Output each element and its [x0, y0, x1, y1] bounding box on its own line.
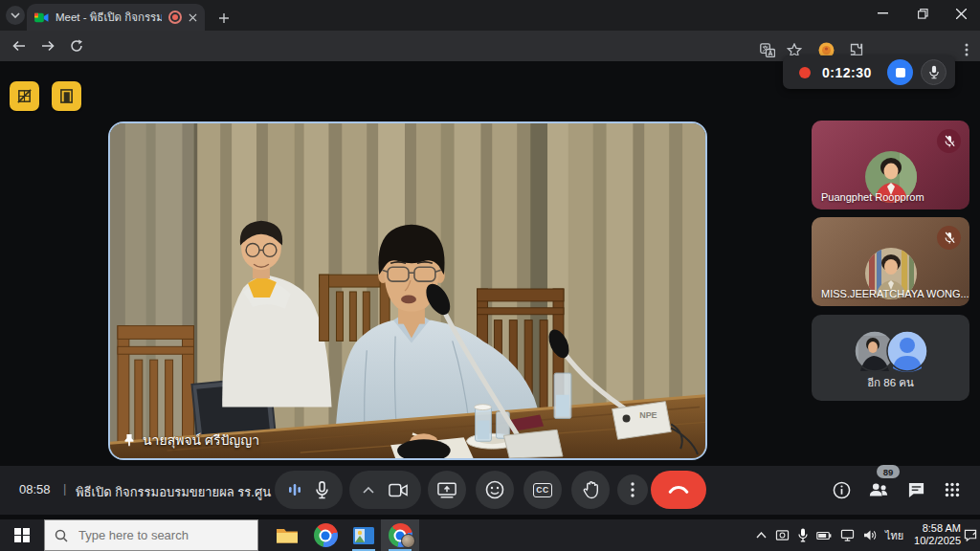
chrome-active-button[interactable]: [381, 519, 419, 551]
end-call-button[interactable]: [651, 471, 706, 509]
exit-room-button[interactable]: [52, 81, 81, 111]
participant-2-muted-badge: [937, 226, 961, 250]
translate-icon: [760, 43, 775, 57]
cc-icon: CC: [533, 483, 552, 497]
participant-tile-overflow[interactable]: อีก 86 คน: [812, 315, 969, 401]
mic-in-use-icon: [798, 528, 808, 542]
pinned-participant-name: นายสุพจน์ ศรีปัญญา: [143, 430, 259, 451]
chat-icon: [907, 481, 925, 498]
tray-expand-button[interactable]: [750, 519, 771, 551]
tab-recording-indicator-icon: [168, 11, 182, 24]
action-center-button[interactable]: [961, 519, 980, 551]
chrome-button[interactable]: [306, 519, 345, 551]
folder-icon: [276, 526, 299, 545]
kebab-menu-icon: [631, 482, 635, 497]
participant-tile-1[interactable]: Puangphet Roopprom: [812, 121, 969, 209]
overflow-avatars: [851, 330, 931, 372]
annotation-tool-button[interactable]: [10, 81, 39, 111]
meeting-details-button[interactable]: [825, 474, 858, 506]
meet-favicon-icon: [34, 11, 49, 24]
people-icon: [868, 482, 889, 497]
minimize-icon: [878, 12, 888, 14]
end-call-icon: [668, 485, 689, 495]
participant-1-muted-badge: [937, 129, 961, 153]
ethernet-icon: [840, 529, 855, 541]
speaker-icon: [863, 529, 878, 541]
tab-title: Meet - พิธีเปิด กิจกรรมอบรมขย: [56, 9, 162, 26]
tray-mic-button[interactable]: [792, 519, 813, 551]
info-icon: [833, 481, 851, 499]
microphone-button[interactable]: [275, 471, 343, 509]
grid-off-icon: [16, 88, 33, 104]
chat-button[interactable]: [900, 474, 932, 506]
translate-button[interactable]: [756, 38, 779, 61]
profile-badge: [401, 534, 415, 548]
chevron-up-icon: [756, 532, 767, 539]
taskbar-search[interactable]: [44, 519, 258, 551]
tab-search-button[interactable]: [6, 6, 25, 25]
show-everyone-button[interactable]: [862, 474, 895, 506]
file-explorer-button[interactable]: [268, 519, 306, 551]
restore-icon: [918, 9, 928, 19]
tray-time: 8:58 AM: [907, 522, 961, 535]
meeting-clock: 08:58: [19, 482, 51, 496]
meet-page: NPE นายสุพจน์ ศรีปัญญา: [0, 61, 980, 519]
forward-arrow-icon: [41, 40, 55, 52]
window-restore-button[interactable]: [903, 0, 942, 27]
audio-level-icon: [288, 483, 301, 496]
mic-off-icon: [944, 135, 955, 148]
tray-clock[interactable]: 8:58 AM 10/2/2025: [907, 522, 961, 547]
recording-widget: 0:12:30: [783, 55, 955, 89]
camera-icon: [389, 483, 408, 497]
tablet-mode-icon: [775, 529, 790, 541]
reload-button[interactable]: [65, 34, 88, 57]
mic-base-label: NPE: [639, 410, 657, 420]
raise-hand-icon: [583, 480, 599, 499]
door-exit-icon: [59, 88, 74, 104]
back-button[interactable]: [8, 34, 31, 57]
present-screen-icon: [437, 482, 457, 498]
raise-hand-button[interactable]: [571, 471, 610, 509]
photos-app-icon: [352, 526, 375, 545]
tray-volume-button[interactable]: [859, 519, 880, 551]
main-video-tile[interactable]: NPE นายสุพจน์ ศรีปัญญา: [108, 121, 707, 460]
chevron-up-icon: [363, 487, 374, 494]
forward-button[interactable]: [36, 34, 59, 57]
camera-button[interactable]: [349, 471, 421, 509]
tray-battery-button[interactable]: [813, 519, 835, 551]
tab-close-icon[interactable]: [189, 13, 197, 22]
battery-icon: [816, 531, 832, 540]
participant-tile-2[interactable]: MISS.JEERATCHAYA WONG...: [812, 217, 969, 306]
activities-button[interactable]: [936, 474, 969, 506]
tray-tablet-mode-button[interactable]: [771, 519, 792, 551]
stop-recording-button[interactable]: [887, 59, 913, 85]
window-close-button[interactable]: [942, 0, 980, 27]
window-minimize-button[interactable]: [863, 0, 902, 27]
more-options-button[interactable]: [617, 474, 648, 505]
start-button[interactable]: [0, 519, 44, 551]
active-tab[interactable]: Meet - พิธีเปิด กิจกรรมอบรมขย: [27, 4, 205, 31]
tray-language-button[interactable]: ไทย: [885, 519, 903, 551]
search-icon: [55, 529, 68, 542]
recording-elapsed-time: 0:12:30: [822, 65, 872, 80]
windows-taskbar: ไทย 8:58 AM 10/2/2025: [0, 519, 980, 551]
participant-2-name: MISS.JEERATCHAYA WONG...: [821, 288, 969, 299]
reactions-button[interactable]: [476, 471, 514, 509]
meet-control-bar: 08:58 | พิธีเปิด กิจกรรมอบรมขยายผล รร.ศู…: [0, 466, 980, 515]
photos-app-button[interactable]: [345, 519, 383, 551]
meeting-title: พิธีเปิด กิจกรรมอบรมขยายผล รร.ศูน...: [76, 482, 272, 502]
new-tab-button[interactable]: [212, 7, 235, 30]
present-button[interactable]: [428, 471, 466, 509]
close-icon: [956, 9, 967, 19]
recorder-mic-button[interactable]: [921, 59, 947, 85]
bar-divider: |: [63, 481, 66, 496]
pinned-name-tag: นายสุพจน์ ศรีปัญญา: [123, 430, 259, 451]
browser-menu-button[interactable]: [955, 38, 978, 61]
search-input[interactable]: [77, 527, 243, 543]
emoji-icon: [485, 480, 504, 499]
windows-logo-icon: [14, 528, 30, 543]
overflow-count-label: อีก 86 คน: [812, 374, 969, 391]
pin-icon: [123, 433, 135, 447]
tray-network-button[interactable]: [836, 519, 858, 551]
captions-button[interactable]: CC: [523, 471, 562, 509]
